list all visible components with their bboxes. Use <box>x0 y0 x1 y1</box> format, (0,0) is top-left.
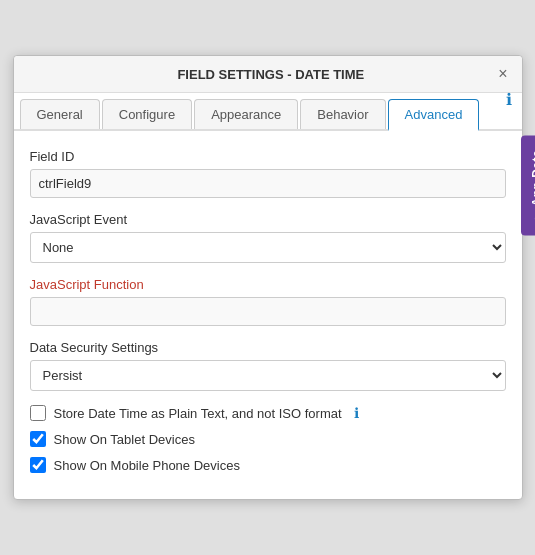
js-event-select[interactable]: None <box>30 232 506 263</box>
tab-appearance[interactable]: Appearance <box>194 99 298 129</box>
js-event-group: JavaScript Event None <box>30 212 506 263</box>
field-id-input[interactable] <box>30 169 506 198</box>
info-icon-header[interactable]: ℹ <box>506 90 512 109</box>
dialog: FIELD SETTINGS - DATE TIME × ℹ General C… <box>13 55 523 500</box>
app-data-tab[interactable]: ‹ App Data <box>521 136 536 236</box>
js-function-label: JavaScript Function <box>30 277 506 292</box>
store-plain-text-info-icon[interactable]: ℹ <box>354 405 359 421</box>
store-plain-text-label: Store Date Time as Plain Text, and not I… <box>54 406 342 421</box>
show-tablet-checkbox[interactable] <box>30 431 46 447</box>
app-data-label: App Data <box>529 150 535 207</box>
tab-configure[interactable]: Configure <box>102 99 192 129</box>
checkbox-store-plain-text: Store Date Time as Plain Text, and not I… <box>30 405 506 421</box>
js-function-group: JavaScript Function <box>30 277 506 326</box>
checkbox-show-tablet: Show On Tablet Devices <box>30 431 506 447</box>
dialog-title: FIELD SETTINGS - DATE TIME <box>46 67 497 82</box>
show-mobile-label: Show On Mobile Phone Devices <box>54 458 240 473</box>
data-security-group: Data Security Settings Persist <box>30 340 506 391</box>
tab-behavior[interactable]: Behavior <box>300 99 385 129</box>
store-plain-text-checkbox[interactable] <box>30 405 46 421</box>
show-mobile-checkbox[interactable] <box>30 457 46 473</box>
close-button[interactable]: × <box>496 66 509 82</box>
tab-general[interactable]: General <box>20 99 100 129</box>
chevron-left-icon: ‹ <box>529 217 536 222</box>
tabs-bar: General Configure Appearance Behavior Ad… <box>14 93 522 131</box>
tab-advanced[interactable]: Advanced <box>388 99 480 131</box>
field-id-group: Field ID <box>30 149 506 198</box>
dialog-header: FIELD SETTINGS - DATE TIME × <box>14 56 522 93</box>
checkbox-show-mobile: Show On Mobile Phone Devices <box>30 457 506 473</box>
js-event-label: JavaScript Event <box>30 212 506 227</box>
data-security-select[interactable]: Persist <box>30 360 506 391</box>
js-function-input[interactable] <box>30 297 506 326</box>
tab-content: Field ID JavaScript Event None JavaScrip… <box>14 131 522 499</box>
data-security-label: Data Security Settings <box>30 340 506 355</box>
show-tablet-label: Show On Tablet Devices <box>54 432 195 447</box>
field-id-label: Field ID <box>30 149 506 164</box>
